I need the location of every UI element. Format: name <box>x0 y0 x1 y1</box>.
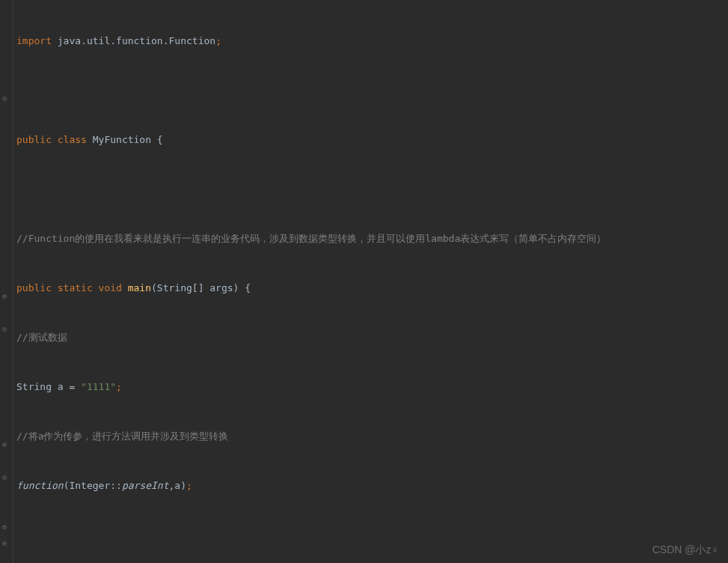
fold-icon[interactable]: ⊕ <box>2 540 10 547</box>
code-line[interactable]: //Function的使用在我看来就是执行一连串的业务代码，涉及到数据类型转换，… <box>16 231 667 247</box>
fold-icon[interactable]: ⊖ <box>2 474 10 481</box>
code-editor[interactable]: ⊖ ⊕ ⊖ ⊕ ⊖ ⊕ ⊕ import java.util.function.… <box>0 0 728 563</box>
fold-icon[interactable]: ⊕ <box>2 441 10 448</box>
code-line[interactable]: String a = "1111"; <box>16 379 667 395</box>
code-line[interactable]: public static void main(String[] args) { <box>16 280 667 296</box>
code-line[interactable] <box>16 181 667 198</box>
fold-icon[interactable]: ⊕ <box>2 293 10 300</box>
gutter: ⊖ ⊕ ⊖ ⊕ ⊖ ⊕ ⊕ <box>0 0 13 563</box>
code-line[interactable]: import java.util.function.Function; <box>16 33 667 49</box>
code-line[interactable]: function(Integer::parseInt,a); <box>16 478 667 494</box>
code-line[interactable]: public class MyFunction { <box>16 132 667 148</box>
fold-icon[interactable]: ⊖ <box>2 95 10 103</box>
code-line[interactable] <box>16 82 667 99</box>
fold-icon[interactable]: ⊕ <box>2 523 10 531</box>
fold-icon[interactable]: ⊖ <box>2 326 10 333</box>
code-area[interactable]: import java.util.function.Function; publ… <box>13 0 670 563</box>
code-line[interactable]: //将a作为传参，进行方法调用并涉及到类型转换 <box>16 428 667 445</box>
code-line[interactable] <box>16 527 667 544</box>
watermark: CSDN @小z♀ <box>652 544 719 557</box>
code-line[interactable]: //测试数据 <box>16 329 667 346</box>
